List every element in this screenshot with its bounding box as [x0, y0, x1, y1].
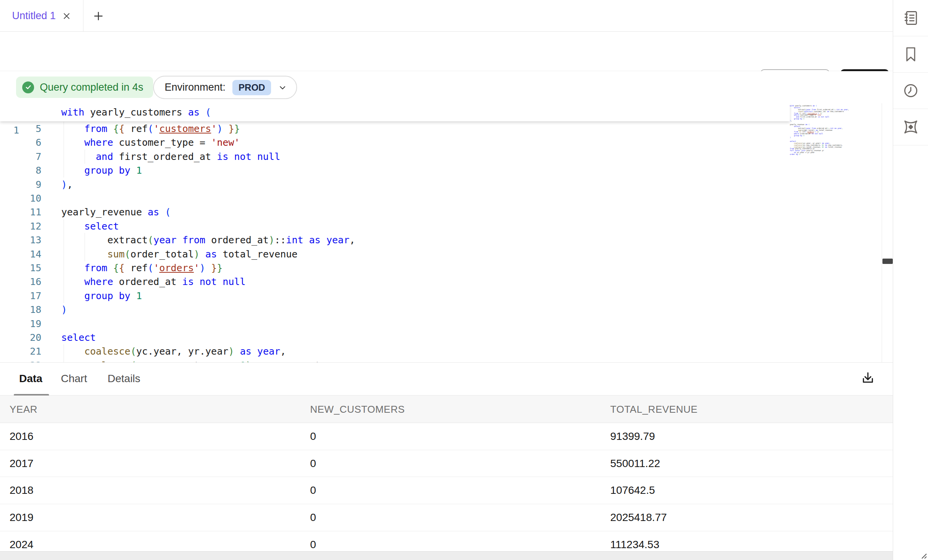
table-cell: 0: [310, 450, 316, 477]
close-icon[interactable]: [62, 11, 71, 21]
table-cell: 0: [310, 423, 316, 450]
table-header-row: YEAR NEW_CUSTOMERS TOTAL_REVENUE: [0, 396, 893, 423]
sidebar-history-button[interactable]: [893, 73, 928, 109]
query-status-badge: Query completed in 4s: [16, 77, 153, 98]
tab-chart[interactable]: Chart: [61, 373, 87, 385]
code-line-16[interactable]: 16 where ordered_at is not null: [0, 275, 882, 289]
sql-editor[interactable]: 1 with yearly_customers as ( 5 from {{ r…: [0, 103, 882, 362]
code-line-20[interactable]: 20select: [0, 330, 882, 345]
line-number: 14: [0, 247, 41, 261]
check-circle-icon: [22, 81, 34, 93]
column-header-year: YEAR: [10, 396, 38, 423]
download-icon[interactable]: [857, 367, 879, 389]
environment-value-badge: PROD: [232, 80, 271, 95]
line-number: 9: [0, 177, 41, 192]
table-cell: 91399.79: [610, 423, 655, 450]
sidebar-bookmark-button[interactable]: [893, 36, 928, 73]
tab-data[interactable]: Data: [19, 373, 42, 385]
sidebar-notebook-button[interactable]: [893, 0, 928, 36]
table-cell: 0: [310, 504, 316, 531]
code-line-17[interactable]: 17 group by 1: [0, 289, 882, 303]
code-line-19[interactable]: 19: [0, 317, 882, 331]
table-cell: 2025418.77: [610, 504, 667, 531]
table-cell: 550011.22: [610, 450, 660, 477]
horizontal-scrollbar-track[interactable]: [0, 551, 893, 560]
sticky-line-code: with yearly_customers as (: [61, 103, 211, 121]
sidebar-explore-button[interactable]: [893, 109, 928, 145]
table-cell: 2019: [10, 504, 33, 531]
line-number: 17: [0, 289, 41, 303]
code-line-21[interactable]: 21 coalesce(yc.year, yr.year) as year,: [0, 344, 882, 358]
environment-selector[interactable]: Environment: PROD: [153, 76, 297, 99]
line-number: 21: [0, 344, 41, 358]
table-cell: 0: [310, 531, 316, 551]
table-cell: 107642.5: [610, 477, 655, 504]
code-line-10[interactable]: 10: [0, 191, 882, 205]
compass-star-icon: [902, 118, 920, 136]
table-cell: 111234.53: [610, 531, 659, 551]
table-cell: 2017: [10, 450, 33, 477]
line-number: 10: [0, 191, 41, 205]
results-panel: Data Chart Details YEAR NEW_CUSTOMERS TO…: [0, 362, 893, 560]
editor-right-gutter: [882, 103, 893, 362]
line-number: 18: [0, 303, 41, 317]
right-sidebar: [893, 0, 928, 560]
table-body: 2016091399.7920170550011.2220180107642.5…: [0, 423, 893, 551]
code-line-15[interactable]: 15 from {{ ref('orders') }}: [0, 261, 882, 275]
bookmark-icon: [903, 46, 919, 63]
chevron-down-icon: [278, 83, 287, 92]
line-number: 12: [0, 219, 41, 233]
line-number: 22: [0, 358, 41, 362]
table-row: 20180107642.5: [0, 477, 893, 504]
resize-grip-icon[interactable]: [919, 551, 927, 559]
table-cell: 0: [310, 477, 316, 504]
new-tab-plus-icon[interactable]: [91, 9, 106, 23]
table-cell: 2016: [10, 423, 33, 450]
sticky-code-line[interactable]: 1 with yearly_customers as (: [0, 103, 790, 121]
table-row: 2016091399.79: [0, 423, 893, 450]
line-number: 19: [0, 317, 41, 331]
line-number: 20: [0, 330, 41, 345]
results-tab-bar: Data Chart Details: [0, 363, 893, 396]
tab-title: Untitled 1: [12, 10, 56, 22]
sticky-line-number: 1: [0, 121, 19, 139]
table-row: 20240111234.53: [0, 531, 893, 551]
code-line-5[interactable]: 5 from {{ ref('customers') }}: [0, 122, 882, 136]
query-status-text: Query completed in 4s: [40, 81, 143, 93]
table-cell: 2024: [10, 531, 33, 551]
table-cell: 2018: [10, 477, 33, 504]
line-number: 11: [0, 205, 41, 219]
minimap[interactable]: with yearly_customers as ( select extrac…: [790, 105, 855, 156]
code-line-6[interactable]: 6 where customer_type = 'new': [0, 135, 882, 150]
tab-bar: Untitled 1: [0, 0, 893, 32]
code-line-7[interactable]: 7 and first_ordered_at is not null: [0, 150, 882, 164]
code-line-12[interactable]: 12 select: [0, 219, 882, 233]
code-line-18[interactable]: 18): [0, 303, 882, 317]
history-clock-icon: [902, 82, 919, 99]
line-number: 13: [0, 233, 41, 247]
code-line-9[interactable]: 9),: [0, 177, 882, 192]
code-line-14[interactable]: 14 sum(order_total) as total_revenue: [0, 247, 882, 261]
code-lines[interactable]: 5 from {{ ref('customers') }}6 where cus…: [0, 122, 882, 362]
scrollbar-handle[interactable]: [882, 259, 893, 264]
line-number: 15: [0, 261, 41, 275]
tab-details[interactable]: Details: [108, 373, 141, 385]
toolbar: Develop Run: [0, 32, 893, 71]
notebook-icon: [902, 10, 919, 26]
tab-untitled-1[interactable]: Untitled 1: [0, 0, 83, 32]
column-header-new-customers: NEW_CUSTOMERS: [310, 396, 405, 423]
table-row: 201902025418.77: [0, 504, 893, 531]
line-number: 16: [0, 275, 41, 289]
status-bar: Query completed in 4s Environment: PROD: [0, 71, 893, 103]
table-row: 20170550011.22: [0, 450, 893, 477]
code-line-11[interactable]: 11yearly_revenue as (: [0, 205, 882, 219]
code-line-8[interactable]: 8 group by 1: [0, 163, 882, 177]
code-line-13[interactable]: 13 extract(year from ordered_at)::int as…: [0, 233, 882, 247]
column-header-total-revenue: TOTAL_REVENUE: [610, 396, 698, 423]
code-line-22[interactable]: 22 coalesce(yc.new_customers, 0) as new_…: [0, 358, 882, 362]
environment-label: Environment:: [165, 81, 225, 93]
